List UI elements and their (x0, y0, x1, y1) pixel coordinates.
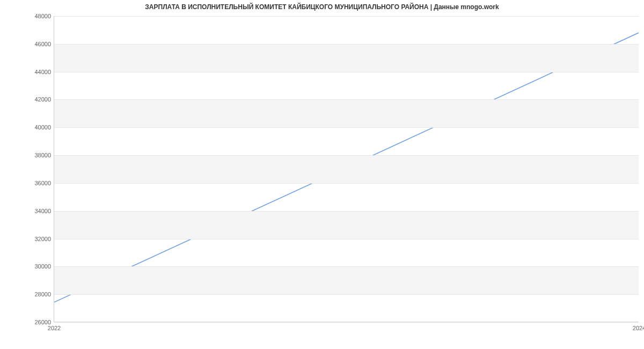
gridline (54, 239, 639, 239)
y-tick-label: 32000 (27, 236, 51, 242)
y-tick-label: 34000 (27, 208, 51, 214)
y-tick-label: 28000 (27, 291, 51, 297)
gridline (54, 322, 639, 323)
plot-area: 2600028000300003200034000360003800040000… (54, 16, 639, 322)
gridline (54, 211, 639, 212)
grid-band (54, 99, 639, 127)
gridline (54, 294, 639, 295)
chart-title: ЗАРПЛАТА В ИСПОЛНИТЕЛЬНЫЙ КОМИТЕТ КАЙБИЦ… (0, 0, 644, 11)
y-tick-label: 40000 (27, 124, 51, 130)
gridline (54, 127, 639, 128)
gridline (54, 266, 639, 267)
grid-band (54, 44, 639, 72)
chart-container: ЗАРПЛАТА В ИСПОЛНИТЕЛЬНЫЙ КОМИТЕТ КАЙБИЦ… (0, 0, 644, 349)
y-tick-label: 30000 (27, 263, 51, 270)
y-tick-label: 38000 (27, 152, 51, 158)
y-tick-label: 46000 (27, 41, 51, 47)
grid-band (54, 266, 639, 294)
x-tick-label: 2022 (48, 325, 61, 331)
gridline (54, 16, 639, 17)
y-tick-label: 42000 (27, 96, 51, 103)
gridline (54, 72, 639, 72)
y-tick-label: 44000 (27, 69, 51, 75)
gridline (54, 44, 639, 45)
y-tick-label: 48000 (27, 13, 51, 19)
x-tick-label: 2024 (633, 325, 644, 331)
gridline (54, 183, 639, 184)
grid-band (54, 211, 639, 239)
grid-band (54, 155, 639, 183)
y-tick-label: 36000 (27, 180, 51, 186)
gridline (54, 155, 639, 156)
gridline (54, 99, 639, 100)
